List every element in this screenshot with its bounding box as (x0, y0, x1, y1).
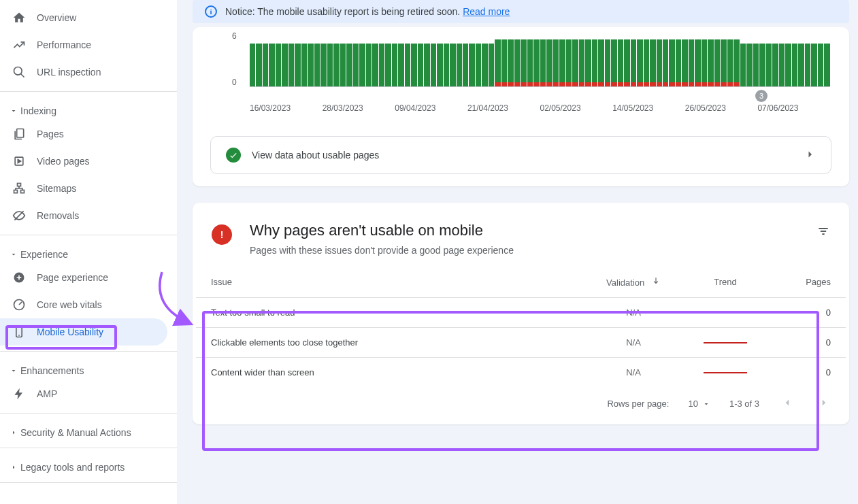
check-circle-icon (226, 148, 241, 163)
sidebar-item-mobile-usability[interactable]: Mobile Usability (0, 318, 167, 346)
prev-page-button[interactable] (778, 394, 796, 414)
issue-name: Content wider than screen (211, 367, 593, 377)
chart-bar (566, 31, 572, 86)
sidebar-item-sitemaps[interactable]: Sitemaps (0, 175, 167, 202)
issue-name: Text too small to read (211, 307, 593, 318)
main-content: i Notice: The mobile usability report is… (193, 0, 849, 504)
chevron-down-icon (7, 367, 20, 375)
chart-bar (631, 31, 636, 86)
home-icon (12, 11, 26, 24)
trend-sparkline (674, 312, 776, 314)
next-page-button[interactable] (815, 394, 833, 414)
svg-line-1 (21, 74, 24, 78)
validation-value: N/A (593, 337, 674, 348)
chart-annotation-badge[interactable]: 3 (755, 90, 768, 102)
chart-bar (759, 31, 765, 86)
sidebar-item-amp[interactable]: AMP (0, 380, 167, 407)
svg-rect-14 (821, 231, 826, 232)
chart-bar (333, 31, 339, 86)
chart-bar (721, 31, 726, 86)
svg-rect-13 (819, 228, 827, 229)
sidebar-label: Overview (37, 12, 76, 23)
chart-bar (559, 31, 565, 86)
chart-bar (695, 31, 700, 86)
chart-bar (657, 31, 662, 86)
chart-bar (379, 31, 384, 86)
sidebar-item-video-pages[interactable]: Video pages (0, 148, 167, 175)
col-header-trend[interactable]: Trend (674, 277, 776, 287)
chart-bar (359, 31, 365, 86)
chart-bar (418, 31, 423, 86)
sidebar-label: Page experience (37, 272, 108, 283)
sidebar-item-pages[interactable]: Pages (0, 120, 167, 148)
col-header-validation[interactable]: Validation (593, 276, 674, 288)
chart-bar (540, 31, 546, 86)
sidebar-label: URL inspection (37, 67, 101, 78)
notice-message: Notice: The mobile usability report is b… (225, 6, 463, 17)
issues-title: Why pages aren't usable on mobile (250, 222, 514, 239)
chart-bar (424, 31, 429, 86)
trend-sparkline (674, 372, 776, 373)
view-usable-pages-row[interactable]: View data about usable pages (210, 136, 831, 174)
sidebar-label: Removals (37, 210, 79, 221)
sidebar-item-page-experience[interactable]: Page experience (0, 264, 167, 291)
chart-bar (637, 31, 642, 86)
sidebar-item-core-web-vitals[interactable]: Core web vitals (0, 291, 167, 318)
issues-card: ! Why pages aren't usable on mobile Page… (193, 203, 849, 424)
gauge-icon (12, 298, 26, 312)
x-tick: 16/03/2023 (250, 103, 323, 113)
chart-bar (256, 31, 261, 86)
chart-bar (669, 31, 674, 86)
section-security[interactable]: Security & Manual Actions (0, 419, 177, 442)
chart-bar (772, 31, 778, 86)
table-row[interactable]: Text too small to readN/A0 (196, 298, 846, 328)
chart-bar (263, 31, 268, 86)
col-header-issue[interactable]: Issue (211, 277, 593, 287)
chart-bar (766, 31, 772, 86)
table-row[interactable]: Clickable elements too close togetherN/A… (196, 328, 846, 358)
notice-text: Notice: The mobile usability report is b… (225, 6, 510, 17)
sidebar-item-url-inspection[interactable]: URL inspection (0, 58, 167, 86)
chart-bar (457, 31, 462, 86)
divider (0, 448, 177, 448)
y-tick: 0 (232, 78, 237, 87)
section-enhancements[interactable]: Enhancements (0, 357, 177, 380)
chevron-down-icon (702, 400, 710, 408)
chart-bar (779, 31, 785, 86)
chart-bar (308, 31, 313, 86)
rows-value: 10 (688, 399, 697, 409)
error-icon: ! (212, 224, 232, 245)
col-header-pages[interactable]: Pages (776, 277, 831, 287)
divider (0, 235, 177, 235)
chart-bar (405, 31, 410, 86)
chart-bar (282, 31, 287, 86)
chart-bar (714, 31, 720, 86)
sidebar: Overview Performance URL inspection Inde… (0, 0, 177, 504)
sidebar-label: Core web vitals (37, 299, 102, 310)
chart-bar (818, 31, 823, 86)
info-icon: i (205, 5, 217, 18)
chart-x-axis: 16/03/202328/03/202309/04/202321/04/2023… (250, 103, 830, 113)
sidebar-item-overview[interactable]: Overview (0, 4, 167, 31)
chart-bar (805, 31, 810, 86)
sitemap-icon (12, 182, 26, 195)
chart-bar (740, 31, 746, 86)
svg-rect-4 (18, 184, 21, 186)
sidebar-item-removals[interactable]: Removals (0, 202, 167, 229)
chart-bar (733, 31, 739, 86)
chart-bar (469, 31, 474, 86)
filter-icon[interactable] (816, 224, 830, 240)
notice-link[interactable]: Read more (463, 6, 510, 17)
chart-bar (592, 31, 597, 86)
rows-per-page-select[interactable]: 10 (688, 399, 710, 409)
chart-bar (533, 31, 539, 86)
chart-bar (702, 31, 707, 86)
table-row[interactable]: Content wider than screenN/A0 (196, 358, 846, 387)
section-experience[interactable]: Experience (0, 241, 177, 264)
sidebar-item-performance[interactable]: Performance (0, 31, 167, 58)
section-indexing[interactable]: Indexing (0, 97, 177, 120)
section-legacy[interactable]: Legacy tools and reports (0, 454, 177, 477)
chart-bar (546, 31, 552, 86)
chart-bar (824, 31, 829, 86)
sidebar-label: Video pages (37, 156, 90, 167)
